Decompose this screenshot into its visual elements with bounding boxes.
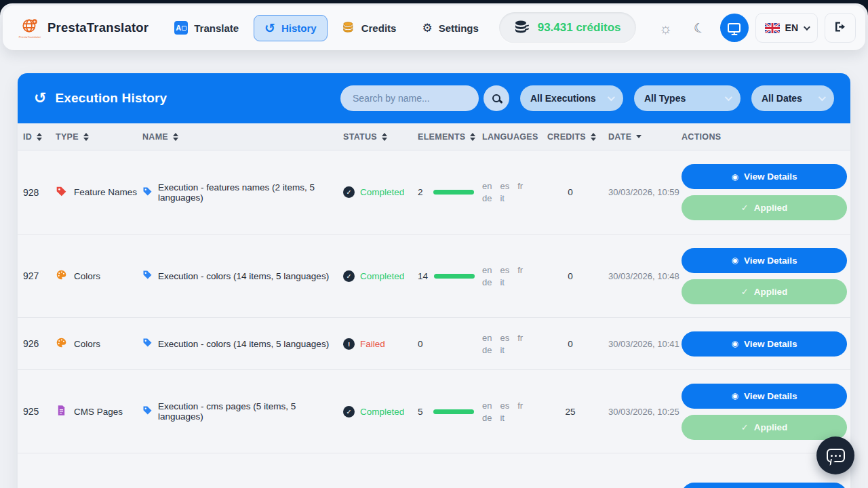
applied-button[interactable]: ✓ Applied (682, 415, 847, 440)
language-code: es (500, 181, 509, 191)
palette-icon (56, 269, 67, 283)
row-type-label: CMS Pages (74, 407, 123, 417)
check-circle-icon: ✓ (343, 406, 355, 418)
column-label: ACTIONS (682, 132, 721, 142)
credits-balance-pill[interactable]: 93.431 créditos (499, 12, 636, 43)
view-details-button[interactable]: ◉ View Details (682, 384, 847, 409)
row-name-label: Execution - cms pages (5 items, 5 langua… (158, 401, 336, 422)
row-elements: 0 (418, 339, 482, 349)
column-label: NAME (142, 132, 168, 142)
nav-item-history[interactable]: ↺History (254, 15, 328, 41)
column-header-elements[interactable]: ELEMENTS (418, 132, 482, 142)
filter-all-dates[interactable]: All Dates (751, 85, 834, 111)
view-details-button[interactable]: ◉ View Details (682, 164, 847, 189)
theme-light-button[interactable]: ☼ (652, 14, 679, 41)
moon-icon: ☾ (692, 20, 707, 36)
gear-icon: ⚙ (422, 22, 432, 34)
logout-button[interactable] (825, 13, 856, 43)
row-credits: 0 (547, 339, 608, 349)
row-credits: 25 (547, 407, 608, 417)
row-actions: ◉ View Details ✓ Applied (682, 384, 850, 440)
eye-icon: ◉ (731, 256, 738, 264)
column-header-credits[interactable]: CREDITS (547, 132, 608, 142)
language-code: fr (517, 181, 523, 191)
sort-desc-icon (636, 135, 642, 138)
theme-dark-button[interactable]: ☾ (686, 14, 713, 41)
logout-icon (834, 21, 846, 35)
check-icon: ✓ (741, 203, 749, 213)
language-code: de (482, 413, 492, 423)
row-credits: 0 (547, 187, 608, 197)
nav-item-label: History (281, 22, 317, 34)
row-type-label: Colors (74, 339, 100, 349)
eye-icon: ◉ (731, 340, 738, 348)
row-actions: ◉ View Details ✓ Applied (682, 164, 850, 220)
column-header-date[interactable]: DATE (608, 132, 682, 142)
eye-icon: ◉ (731, 392, 738, 400)
row-languages: enesfrdeit (482, 263, 547, 289)
coins-dark-icon (514, 20, 530, 37)
navbar: PrestaTranslator PrestaTranslator ATrans… (3, 5, 865, 50)
progress-bar (433, 409, 474, 414)
column-label: LANGUAGES (482, 132, 538, 142)
chat-bubble-icon (827, 449, 845, 462)
language-code: de (482, 277, 492, 287)
nav-item-settings[interactable]: ⚙Settings (411, 16, 489, 41)
theme-system-button[interactable] (720, 14, 749, 42)
brand[interactable]: PrestaTranslator PrestaTranslator (19, 17, 149, 39)
sort-icon (37, 133, 42, 141)
filter-all-executions[interactable]: All Executions (520, 85, 623, 111)
view-details-button[interactable]: ◉ View Details (682, 248, 847, 273)
row-credits: 0 (547, 271, 608, 281)
row-id: 926 (23, 338, 56, 349)
column-header-type[interactable]: TYPE (56, 132, 142, 142)
row-status-label: Completed (360, 187, 404, 197)
sort-icon (591, 133, 596, 141)
history-panel: ↺ Execution History All ExecutionsAll Ty… (18, 73, 850, 488)
row-actions: ◉ View Details (682, 331, 850, 357)
row-elements-count: 14 (418, 271, 428, 281)
view-details-button[interactable]: ◉ View Details (682, 483, 847, 488)
language-code: it (500, 277, 505, 287)
column-header-status[interactable]: STATUS (343, 132, 418, 142)
table-body: 928 Feature Names Execution - features n… (18, 150, 850, 488)
row-name: Execution - colors (14 items, 5 language… (142, 270, 343, 282)
translate-icon: A (174, 21, 188, 35)
row-elements: 14 (418, 271, 482, 281)
chat-fab-button[interactable] (816, 436, 854, 474)
table-row: 925 CMS Pages Execution - cms pages (5 i… (18, 369, 850, 453)
applied-button[interactable]: ✓ Applied (682, 195, 847, 220)
column-label: TYPE (56, 132, 79, 142)
view-details-button[interactable]: ◉ View Details (682, 331, 847, 357)
column-header-name[interactable]: NAME (142, 132, 343, 142)
nav-item-credits[interactable]: Credits (332, 14, 408, 42)
page-title: Execution History (55, 91, 167, 106)
column-header-id[interactable]: ID (23, 132, 56, 142)
brand-logo-caption: PrestaTranslator (19, 35, 41, 39)
column-label: CREDITS (547, 132, 586, 142)
column-label: DATE (608, 132, 631, 142)
row-elements-count: 0 (418, 339, 427, 349)
check-icon: ✓ (741, 287, 749, 297)
sort-icon (470, 133, 475, 141)
monitor-icon (728, 23, 741, 33)
row-languages: enesfrdeit (482, 399, 547, 425)
language-selector[interactable]: EN (755, 13, 818, 43)
row-type: CMS Pages (56, 405, 142, 418)
filter-all-types[interactable]: All Types (634, 85, 741, 111)
search-input[interactable] (340, 85, 479, 111)
language-code: en (482, 401, 492, 411)
search-button[interactable] (484, 85, 509, 111)
chevron-down-icon (818, 94, 826, 101)
row-elements-count: 2 (418, 187, 427, 197)
nav-item-translate[interactable]: ATranslate (163, 14, 250, 41)
applied-button[interactable]: ✓ Applied (682, 279, 847, 304)
filter-label: All Dates (762, 93, 802, 104)
chevron-down-icon (804, 24, 810, 30)
table-row: 927 Colors Execution - colors (14 items,… (18, 234, 850, 317)
language-code: fr (517, 333, 523, 343)
search-icon (492, 94, 500, 102)
language-code: it (500, 413, 505, 423)
row-elements: 5 (418, 407, 482, 417)
column-header-actions: ACTIONS (682, 132, 850, 142)
